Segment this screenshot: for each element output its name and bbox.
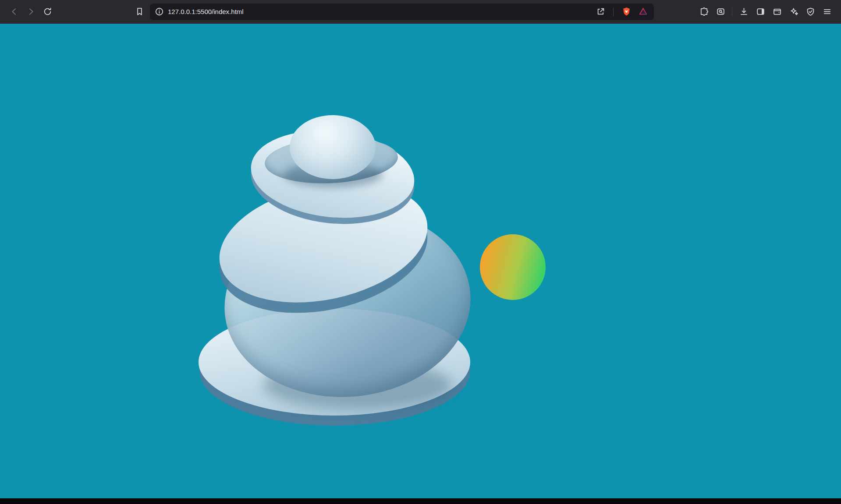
forward-button[interactable] (23, 4, 39, 20)
downloads-button[interactable] (736, 4, 752, 20)
site-info-icon[interactable] (154, 7, 164, 17)
sun-circle (480, 234, 546, 300)
vpn-shield-icon (806, 7, 816, 17)
vpn-button[interactable] (802, 4, 818, 20)
share-button[interactable] (594, 5, 607, 18)
wallet-button[interactable] (769, 4, 785, 20)
leo-ai-icon (789, 7, 799, 17)
tab-search-icon (716, 7, 726, 17)
reload-icon (43, 7, 53, 17)
bottom-bar (0, 498, 841, 504)
sidebar-button[interactable] (752, 4, 768, 20)
extensions-button[interactable] (696, 4, 712, 20)
url-bar[interactable]: 127.0.0.1:5500/index.html (150, 4, 654, 20)
brave-shields-button[interactable] (620, 5, 633, 18)
share-icon (596, 7, 606, 17)
leo-ai-button[interactable] (786, 4, 802, 20)
browser-toolbar: 127.0.0.1:5500/index.html (0, 0, 841, 24)
extensions-icon (699, 7, 709, 17)
back-icon (9, 7, 19, 17)
url-text[interactable]: 127.0.0.1:5500/index.html (168, 8, 244, 15)
sidebar-icon (756, 7, 766, 17)
bookmark-icon (135, 7, 145, 17)
toolbar-divider (732, 7, 732, 16)
page-content (0, 24, 841, 498)
back-button[interactable] (6, 4, 22, 20)
menu-button[interactable] (819, 4, 835, 20)
forward-icon (26, 7, 36, 17)
menu-icon (822, 7, 832, 17)
tab-search-button[interactable] (713, 4, 728, 20)
brave-shield-icon (621, 7, 632, 17)
reload-button[interactable] (39, 4, 55, 20)
zen-stones-illustration (0, 24, 841, 498)
wallet-icon (772, 7, 782, 17)
bookmarks-button[interactable] (131, 4, 147, 20)
brave-rewards-button[interactable] (636, 5, 649, 18)
urlbar-divider (613, 7, 614, 16)
brave-rewards-icon (638, 7, 648, 17)
download-icon (739, 7, 749, 17)
top-stone (290, 115, 376, 179)
